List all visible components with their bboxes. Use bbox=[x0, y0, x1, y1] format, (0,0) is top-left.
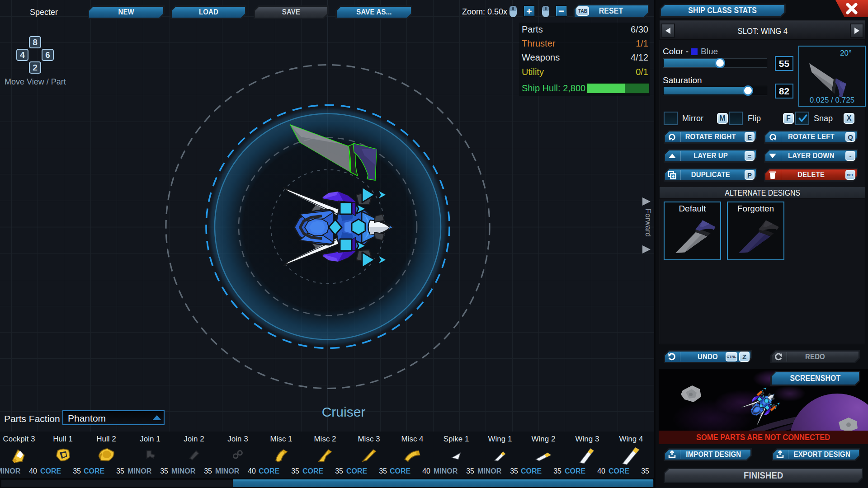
svg-text:Forward: Forward bbox=[644, 209, 652, 237]
